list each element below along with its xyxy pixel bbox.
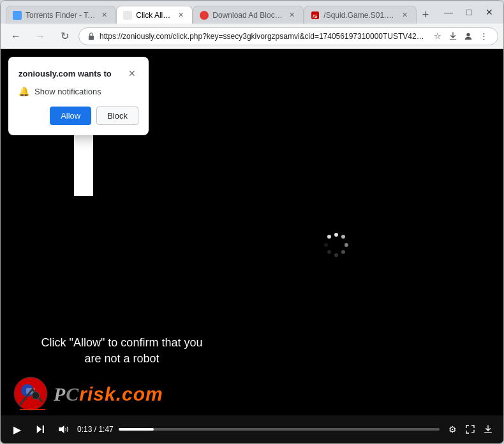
tab-torrents[interactable]: Torrents Finder - Torrent... ✕	[6, 6, 116, 24]
volume-button[interactable]	[54, 420, 72, 438]
pcrisk-icon	[13, 376, 48, 411]
svg-rect-2	[89, 35, 94, 40]
new-tab-button[interactable]: +	[417, 6, 434, 24]
settings-button[interactable]: ⚙	[445, 422, 460, 437]
popup-header: zoniously.com wants to ✕	[19, 67, 138, 80]
tab-title-adblock: Download Ad Block Gen...	[212, 11, 283, 20]
instruction-text: Click "Allow" to confirm that you are no…	[39, 335, 205, 367]
forward-button[interactable]: →	[30, 26, 50, 47]
account-icon[interactable]	[462, 30, 475, 43]
browser-window: Torrents Finder - Torrent... ✕ Click All…	[0, 0, 504, 444]
right-controls: ⚙	[445, 422, 496, 437]
title-bar: Torrents Finder - Torrent... ✕ Click All…	[1, 1, 503, 24]
minimize-button[interactable]: —	[440, 3, 457, 21]
notification-label: Show notifications	[34, 87, 101, 96]
current-time: 0:13	[77, 425, 92, 434]
svg-marker-18	[37, 426, 42, 433]
svg-marker-20	[59, 426, 64, 433]
popup-close-button[interactable]: ✕	[126, 67, 138, 80]
tab-close-squid[interactable]: ✕	[399, 10, 410, 20]
spinner-container	[322, 231, 350, 262]
tab-favicon-allow	[123, 11, 132, 20]
bell-icon: 🔔	[19, 86, 29, 96]
svg-rect-19	[43, 426, 44, 433]
svg-point-5	[334, 233, 338, 237]
notification-row: 🔔 Show notifications	[19, 86, 138, 96]
svg-point-3	[466, 33, 470, 36]
popup-body: 🔔 Show notifications Allow Block	[19, 86, 138, 125]
svg-point-10	[327, 250, 331, 254]
svg-point-8	[341, 250, 345, 254]
svg-text:/S: /S	[313, 13, 318, 19]
play-button[interactable]: ▶	[8, 420, 26, 438]
url-text: https://zoniously.com/click.php?key=ssec…	[100, 32, 427, 41]
loading-spinner	[322, 231, 350, 259]
fullscreen-button[interactable]	[463, 422, 478, 437]
svg-point-16	[32, 392, 40, 399]
popup-actions: Allow Block	[19, 107, 138, 125]
tab-favicon-adblock	[200, 11, 209, 20]
pcrisk-text-group: PCrisk.com	[54, 383, 163, 405]
svg-point-7	[345, 243, 348, 247]
bookmark-icon[interactable]: ☆	[431, 30, 444, 43]
menu-icon[interactable]: ⋮	[477, 30, 490, 43]
back-button[interactable]: ←	[6, 26, 26, 47]
tab-close-allow[interactable]: ✕	[175, 10, 186, 20]
permission-popup: zoniously.com wants to ✕ 🔔 Show notifica…	[8, 57, 149, 135]
pcrisk-com-text: .com	[116, 383, 163, 404]
address-icons: ☆ ⋮	[431, 30, 490, 43]
next-button[interactable]	[31, 420, 49, 438]
video-controls: ▶ 0:13 / 1:47 ⚙	[1, 415, 503, 443]
tab-title-allow: Click Allow	[136, 11, 172, 20]
tab-close-adblock[interactable]: ✕	[286, 10, 297, 20]
svg-point-9	[334, 253, 338, 257]
progress-fill	[119, 428, 154, 431]
maximize-button[interactable]: □	[460, 3, 478, 21]
allow-button[interactable]: Allow	[50, 107, 91, 125]
window-controls: — □ ✕	[440, 3, 498, 21]
tab-click-allow[interactable]: Click Allow ✕	[116, 6, 193, 24]
tab-close-torrents[interactable]: ✕	[99, 10, 109, 20]
tab-title-torrents: Torrents Finder - Torrent...	[26, 11, 95, 20]
tab-adblock[interactable]: Download Ad Block Gen... ✕	[193, 6, 304, 24]
pcrisk-c-text: C	[66, 383, 79, 404]
secure-icon	[87, 32, 96, 41]
svg-point-6	[341, 235, 345, 239]
block-button[interactable]: Block	[96, 107, 138, 125]
page-content: zoniously.com wants to ✕ 🔔 Show notifica…	[1, 49, 503, 443]
svg-point-12	[327, 235, 331, 239]
download-icon[interactable]	[447, 30, 459, 43]
tab-favicon-squid: /S	[311, 11, 320, 20]
close-window-button[interactable]: ✕	[480, 3, 498, 21]
pcrisk-logo: PCrisk.com	[13, 376, 163, 411]
time-display: 0:13 / 1:47	[77, 425, 114, 434]
popup-title: zoniously.com wants to	[19, 69, 112, 78]
tabs-area: Torrents Finder - Torrent... ✕ Click All…	[6, 1, 434, 24]
total-time: 1:47	[98, 425, 113, 434]
refresh-button[interactable]: ↻	[54, 26, 75, 47]
tab-title-squid: /Squid.Game.S01.COMP...	[323, 11, 396, 20]
address-bar[interactable]: https://zoniously.com/click.php?key=ssec…	[78, 27, 498, 45]
svg-point-11	[324, 243, 328, 247]
tab-favicon-torrents	[13, 11, 22, 20]
navigation-bar: ← → ↻ https://zoniously.com/click.php?ke…	[1, 24, 503, 49]
pcrisk-pc-text: P	[54, 383, 66, 404]
tab-squid[interactable]: /S /Squid.Game.S01.COMP... ✕	[304, 6, 417, 24]
progress-bar[interactable]	[119, 428, 440, 431]
download-video-button[interactable]	[480, 422, 496, 437]
pcrisk-risk-text: risk	[79, 383, 115, 404]
